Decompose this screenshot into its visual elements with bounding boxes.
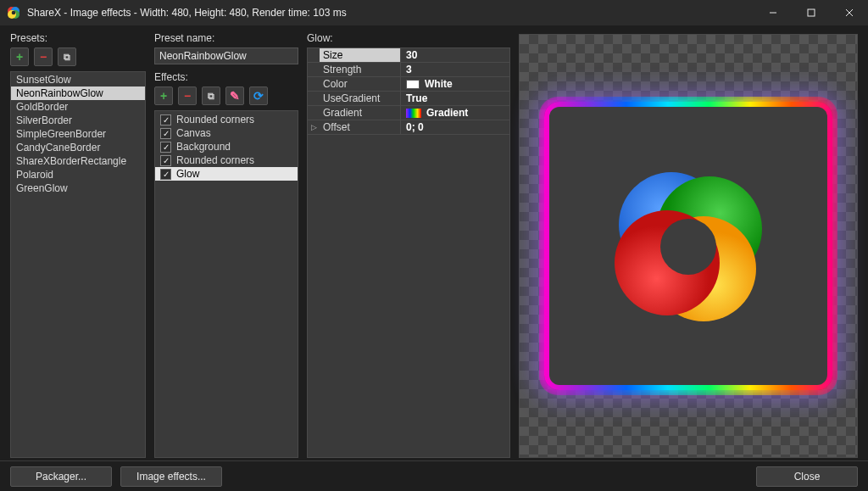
preset-item[interactable]: SunsetGlow [11, 73, 145, 86]
svg-point-4 [12, 11, 16, 15]
svg-point-12 [615, 210, 720, 315]
svg-point-9 [619, 172, 724, 277]
clear-effect-button[interactable]: ✎ [225, 86, 244, 105]
effects-label: Effects: [154, 71, 298, 83]
effects-list[interactable]: ✓Rounded corners✓Canvas✓Background✓Round… [154, 110, 298, 458]
copy-effect-button[interactable]: ⧉ [202, 86, 220, 105]
refresh-effect-button[interactable]: ⟳ [249, 86, 268, 105]
preset-item[interactable]: SilverBorder [11, 114, 145, 127]
property-row[interactable]: ColorWhite [308, 77, 509, 92]
property-row[interactable]: UseGradientTrue [308, 92, 509, 106]
properties-panel: Glow: Size30Strength3ColorWhiteUseGradie… [307, 32, 510, 458]
effect-checkbox[interactable]: ✓ [160, 114, 171, 126]
property-expander [308, 77, 320, 91]
sharex-icon [7, 6, 20, 20]
preview-glow-frame [544, 102, 832, 390]
property-grid[interactable]: Size30Strength3ColorWhiteUseGradientTrue… [307, 47, 510, 458]
svg-point-13 [660, 219, 716, 275]
effect-item[interactable]: ✓Glow [155, 167, 298, 181]
preset-item[interactable]: GoldBorder [11, 100, 145, 114]
property-expander [308, 63, 320, 76]
property-value[interactable]: White [401, 77, 509, 91]
preset-item[interactable]: GreenGlow [11, 181, 145, 195]
property-row[interactable]: Size30 [308, 48, 509, 63]
sharex-logo [599, 157, 777, 335]
remove-effect-button[interactable]: − [178, 86, 197, 105]
preset-item[interactable]: ShareXBorderRectangle [11, 154, 145, 168]
effect-item[interactable]: ✓Canvas [155, 126, 298, 140]
property-expander[interactable]: ▷ [308, 120, 320, 134]
effect-name: Rounded corners [176, 154, 254, 166]
presets-list[interactable]: SunsetGlowNeonRainbowGlowGoldBorderSilve… [10, 71, 146, 458]
property-name: Gradient [320, 106, 401, 120]
property-row[interactable]: ▷Offset0; 0 [308, 120, 509, 135]
property-name: Color [320, 77, 401, 91]
preset-name-label: Preset name: [154, 32, 298, 44]
svg-rect-6 [808, 9, 815, 16]
property-name: Size [320, 48, 401, 62]
gradient-swatch [406, 109, 421, 118]
preset-item[interactable]: Polaroid [11, 168, 145, 181]
preset-name-input[interactable] [154, 47, 298, 64]
maximize-button[interactable] [792, 0, 830, 25]
footer: Packager... Image effects... Close [0, 460, 868, 491]
properties-label: Glow: [307, 32, 510, 44]
effects-panel: Preset name: Effects: + − ⧉ ✎ ⟳ ✓Rounded… [154, 32, 298, 458]
effect-checkbox[interactable]: ✓ [160, 128, 171, 139]
presets-label: Presets: [10, 32, 146, 44]
property-name: Offset [320, 120, 401, 134]
effect-item[interactable]: ✓Rounded corners [155, 113, 298, 126]
effect-name: Rounded corners [176, 114, 254, 126]
property-value[interactable]: True [401, 92, 509, 105]
effect-checkbox[interactable]: ✓ [160, 142, 171, 153]
presets-panel: Presets: + − ⧉ SunsetGlowNeonRainbowGlow… [10, 32, 146, 458]
preset-item[interactable]: NeonRainbowGlow [11, 86, 145, 100]
color-swatch [406, 80, 420, 89]
property-name: UseGradient [320, 92, 401, 105]
close-button[interactable]: Close [756, 466, 858, 487]
property-row[interactable]: Strength3 [308, 63, 509, 77]
svg-point-10 [657, 176, 762, 282]
titlebar: ShareX - Image effects - Width: 480, Hei… [0, 0, 868, 25]
effect-name: Canvas [176, 127, 211, 139]
effects-toolbar: + − ⧉ ✎ ⟳ [154, 86, 298, 105]
effect-name: Background [176, 141, 231, 153]
preset-item[interactable]: CandyCaneBorder [11, 141, 145, 154]
packager-button[interactable]: Packager... [10, 466, 112, 487]
window-title: ShareX - Image effects - Width: 480, Hei… [27, 7, 347, 19]
copy-preset-button[interactable]: ⧉ [58, 47, 76, 66]
effect-item[interactable]: ✓Rounded corners [155, 153, 298, 167]
property-expander [308, 92, 320, 105]
property-value[interactable]: 3 [401, 63, 509, 76]
preset-item[interactable]: SimpleGreenBorder [11, 127, 145, 141]
minimize-button[interactable] [754, 0, 792, 25]
property-expander [308, 48, 320, 62]
property-value[interactable]: 30 [401, 48, 509, 62]
property-row[interactable]: GradientGradient [308, 106, 509, 120]
preview-panel [519, 32, 858, 458]
property-value[interactable]: Gradient [401, 106, 509, 120]
add-effect-button[interactable]: + [154, 86, 173, 105]
presets-toolbar: + − ⧉ [10, 47, 146, 66]
effect-item[interactable]: ✓Background [155, 140, 298, 153]
property-value[interactable]: 0; 0 [401, 120, 509, 134]
effect-checkbox[interactable]: ✓ [160, 155, 171, 166]
close-window-button[interactable] [830, 0, 868, 25]
property-expander [308, 106, 320, 120]
svg-point-11 [651, 216, 756, 321]
image-effects-button[interactable]: Image effects... [120, 466, 222, 487]
add-preset-button[interactable]: + [10, 47, 29, 66]
effect-name: Glow [176, 168, 199, 180]
property-name: Strength [320, 63, 401, 76]
preview-area [519, 34, 858, 458]
effect-checkbox[interactable]: ✓ [160, 169, 171, 180]
remove-preset-button[interactable]: − [34, 47, 53, 66]
